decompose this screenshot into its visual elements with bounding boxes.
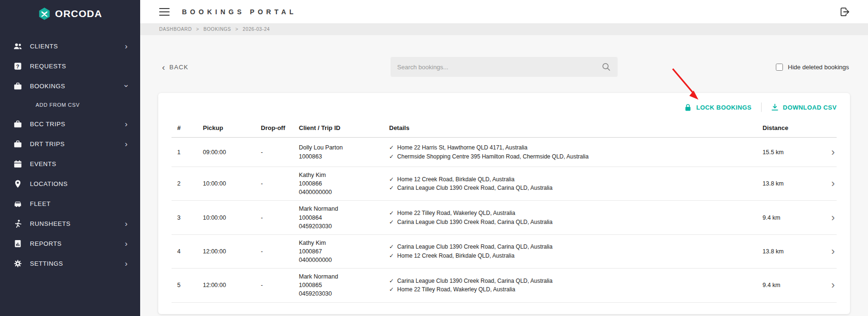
trip-id: 1000865: [299, 281, 385, 289]
row-details: ✓Home 22 Tilley Road, Wakerley QLD, Aust…: [387, 205, 761, 230]
sidebar-item-drt-trips[interactable]: DRT TRIPS ›: [0, 134, 140, 154]
orcoda-logo-icon: [38, 7, 51, 20]
row-chevron-icon[interactable]: ›: [814, 143, 837, 161]
chevron-right-icon: ›: [125, 260, 128, 268]
table-row[interactable]: 2 10:00:00 - Kathy Kim 1000866 040000000…: [172, 167, 837, 201]
sidebar-item-fleet[interactable]: FLEET: [0, 194, 140, 214]
sidebar-item-label: EVENTS: [30, 160, 128, 167]
bookings-table: # Pickup Drop-off Client / Trip ID Detai…: [158, 119, 850, 303]
table-row[interactable]: 4 12:00:00 - Kathy Kim 1000867 040000000…: [172, 235, 837, 269]
search-box: [391, 57, 618, 77]
sidebar-item-label: REPORTS: [30, 240, 125, 247]
sidebar-item-label: LOCATIONS: [30, 180, 128, 187]
row-pickup: 10:00:00: [201, 177, 259, 191]
calendar-icon: [13, 159, 22, 168]
brand-name: ORCODA: [55, 8, 102, 19]
briefcase-icon: [13, 139, 22, 149]
report-icon: [13, 239, 22, 248]
client-name: Dolly Lou Parton: [299, 143, 385, 152]
breadcrumb-bookings[interactable]: BOOKINGS: [203, 27, 231, 32]
row-number: 3: [172, 211, 201, 225]
row-distance: 15.5 km: [761, 145, 814, 159]
app-window: ORCODA CLIENTS › ? REQUESTS: [0, 0, 868, 316]
runner-icon: [13, 219, 22, 228]
hide-deleted-toggle: Hide deleted bookings: [776, 64, 849, 71]
row-chevron-icon[interactable]: ›: [814, 276, 837, 294]
map-pin-icon: [13, 179, 22, 188]
detail-text: Home 12 Creek Road, Birkdale QLD, Austra…: [397, 175, 515, 184]
row-dropoff: -: [259, 244, 297, 259]
search-icon[interactable]: [601, 62, 611, 72]
table-row[interactable]: 5 12:00:00 - Mark Normand 1000865 045920…: [172, 269, 837, 302]
sidebar-nav: CLIENTS › ? REQUESTS BOOKINGS › ADD: [0, 36, 140, 273]
download-csv-button[interactable]: DOWNLOAD CSV: [771, 103, 837, 111]
check-icon: ✓: [389, 285, 394, 294]
lock-bookings-button[interactable]: LOCK BOOKINGS: [684, 103, 751, 112]
client-phone: 0459203030: [299, 222, 385, 231]
brand-logo[interactable]: ORCODA: [0, 2, 140, 26]
logout-button[interactable]: [839, 7, 850, 17]
sidebar-item-locations[interactable]: LOCATIONS: [0, 174, 140, 194]
detail-text: Home 22 Tilley Road, Wakerley QLD, Austr…: [397, 209, 515, 218]
client-name: Mark Normand: [299, 204, 385, 213]
row-chevron-icon[interactable]: ›: [814, 242, 837, 260]
detail-text: Home 22 Harris St, Hawthorne QLD 4171, A…: [397, 143, 527, 152]
check-icon: ✓: [389, 143, 394, 152]
chevron-down-icon: ›: [122, 84, 130, 87]
detail-text: Home 12 Creek Road, Birkdale QLD, Austra…: [397, 251, 515, 260]
row-details: ✓Carina League Club 1390 Creek Road, Car…: [387, 273, 761, 298]
breadcrumb-date[interactable]: 2026-03-24: [243, 27, 270, 32]
sidebar-item-label: CLIENTS: [30, 43, 125, 50]
row-distance: 13.8 km: [761, 244, 814, 259]
chevron-right-icon: ›: [125, 140, 128, 148]
detail-text: Carina League Club 1390 Creek Road, Cari…: [397, 242, 553, 251]
chevron-right-icon: ›: [125, 120, 128, 128]
row-client: Mark Normand 1000864 0459203030: [297, 201, 387, 234]
sidebar-item-clients[interactable]: CLIENTS ›: [0, 36, 140, 56]
trip-id: 1000866: [299, 179, 385, 188]
sidebar-item-bcc-trips[interactable]: BCC TRIPS ›: [0, 114, 140, 134]
row-chevron-icon[interactable]: ›: [814, 209, 837, 227]
back-label: BACK: [170, 64, 189, 71]
sidebar-subitem-add-from-csv[interactable]: ADD FROM CSV: [0, 96, 140, 114]
col-client: Client / Trip ID: [297, 121, 387, 135]
sidebar-item-label: REQUESTS: [30, 63, 128, 70]
check-icon: ✓: [389, 175, 394, 184]
search-input[interactable]: [397, 64, 601, 71]
sidebar-item-reports[interactable]: REPORTS ›: [0, 233, 140, 253]
row-chevron-icon[interactable]: ›: [814, 175, 837, 193]
sidebar-item-label: SETTINGS: [30, 260, 125, 267]
col-pickup: Pickup: [201, 121, 259, 135]
check-icon: ✓: [389, 242, 394, 251]
row-dropoff: -: [259, 211, 297, 225]
hide-deleted-checkbox[interactable]: [776, 64, 783, 71]
row-number: 4: [172, 244, 201, 259]
breadcrumb-dashboard[interactable]: DASHBOARD: [159, 27, 192, 32]
download-csv-label: DOWNLOAD CSV: [783, 104, 837, 111]
sidebar-item-bookings[interactable]: BOOKINGS ›: [0, 76, 140, 96]
row-client: Mark Normand 1000865 0459203030: [297, 269, 387, 302]
breadcrumb-separator: >: [196, 27, 199, 32]
row-details: ✓Home 22 Harris St, Hawthorne QLD 4171, …: [387, 139, 761, 165]
sidebar-item-runsheets[interactable]: RUNSHEETS ›: [0, 214, 140, 233]
client-phone: 0459203030: [299, 289, 385, 298]
briefcase-icon: [13, 120, 22, 129]
back-button[interactable]: ‹ BACK: [162, 63, 189, 72]
sidebar-item-settings[interactable]: SETTINGS ›: [0, 253, 140, 273]
col-number: #: [172, 121, 201, 135]
svg-text:?: ?: [16, 63, 19, 69]
row-pickup: 12:00:00: [201, 244, 259, 259]
menu-icon[interactable]: [159, 8, 170, 16]
detail-text: Carina League Club 1390 Creek Road, Cari…: [397, 184, 553, 193]
toolbar-band: ‹ BACK Hide deleted bookings: [158, 56, 850, 78]
sidebar-item-requests[interactable]: ? REQUESTS: [0, 56, 140, 76]
table-row[interactable]: 3 10:00:00 - Mark Normand 1000864 045920…: [172, 201, 837, 234]
table-row[interactable]: 1 09:00:00 - Dolly Lou Parton 1000863 ✓H…: [172, 138, 837, 167]
check-icon: ✓: [389, 277, 394, 286]
col-dropoff: Drop-off: [259, 121, 297, 135]
logout-icon: [839, 7, 850, 17]
sidebar-item-label: FLEET: [30, 200, 128, 207]
sidebar-item-events[interactable]: EVENTS: [0, 154, 140, 174]
col-details: Details: [387, 121, 761, 135]
check-icon: ✓: [389, 209, 394, 218]
